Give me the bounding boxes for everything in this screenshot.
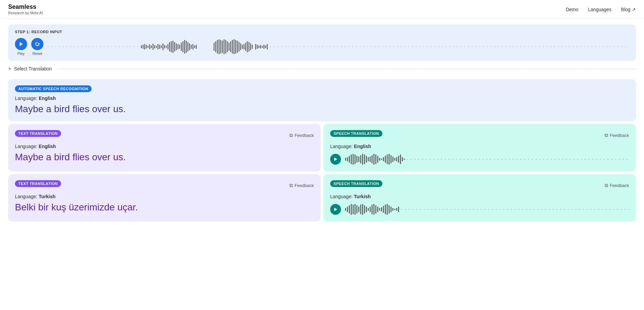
play-button[interactable] xyxy=(15,38,27,50)
svg-rect-36 xyxy=(196,45,196,49)
svg-rect-77 xyxy=(356,156,357,163)
svg-rect-105 xyxy=(345,208,346,211)
svg-rect-40 xyxy=(219,39,219,54)
svg-marker-1 xyxy=(38,43,40,44)
svg-rect-116 xyxy=(366,207,367,212)
feedback-button-3[interactable]: ⧉ Feedback xyxy=(605,183,629,188)
svg-rect-110 xyxy=(355,204,356,215)
svg-rect-29 xyxy=(184,40,185,54)
select-translation-bar[interactable]: + Select Translation xyxy=(8,61,636,77)
svg-rect-73 xyxy=(349,156,350,163)
svg-rect-124 xyxy=(381,207,382,211)
play-label: Play xyxy=(17,51,24,56)
svg-rect-72 xyxy=(347,157,348,161)
svg-rect-97 xyxy=(394,158,395,161)
svg-rect-49 xyxy=(233,39,234,54)
speech-waveform-row-3 xyxy=(330,203,629,215)
svg-rect-109 xyxy=(353,205,354,214)
svg-rect-10 xyxy=(153,44,153,50)
svg-rect-95 xyxy=(391,155,392,163)
svg-marker-70 xyxy=(334,158,337,161)
svg-rect-133 xyxy=(398,207,399,212)
play-icon xyxy=(19,42,23,46)
feedback-icon-2: ⧉ xyxy=(289,183,293,188)
step1-section: STEP 1: RECORD INPUT Play Reset xyxy=(8,24,636,61)
svg-rect-84 xyxy=(370,157,371,162)
logo-sub: Research by Meta AI xyxy=(8,11,43,15)
svg-rect-15 xyxy=(161,45,162,48)
svg-rect-25 xyxy=(177,44,178,49)
card-lang-3: Language: Turkish xyxy=(330,194,629,199)
nav-demo[interactable]: Demo xyxy=(566,7,578,12)
svg-rect-128 xyxy=(389,205,390,213)
svg-rect-126 xyxy=(385,205,386,214)
svg-rect-42 xyxy=(222,41,223,53)
svg-rect-48 xyxy=(232,40,233,54)
card-text-2: Belki bir kuş üzerimizde uçar. xyxy=(15,201,314,213)
svg-rect-20 xyxy=(169,42,170,51)
svg-rect-79 xyxy=(360,155,361,163)
speech-waveform-svg-1 xyxy=(345,153,629,165)
svg-rect-22 xyxy=(173,41,173,53)
feedback-button-2[interactable]: ⧉ Feedback xyxy=(289,183,314,188)
svg-rect-47 xyxy=(230,41,231,52)
svg-rect-68 xyxy=(267,44,267,49)
svg-rect-4 xyxy=(143,45,143,49)
dashed-divider xyxy=(57,69,636,69)
svg-rect-18 xyxy=(166,46,167,48)
svg-rect-111 xyxy=(356,205,357,213)
svg-rect-106 xyxy=(347,207,348,212)
reset-button[interactable] xyxy=(31,38,43,50)
speech-translation-badge-3: SPEECH TRANSLATION xyxy=(330,180,382,187)
svg-rect-19 xyxy=(168,44,168,49)
svg-rect-67 xyxy=(265,45,266,48)
svg-rect-60 xyxy=(252,45,252,49)
svg-rect-82 xyxy=(366,156,367,163)
svg-rect-64 xyxy=(260,45,261,48)
svg-rect-44 xyxy=(225,40,226,54)
svg-rect-24 xyxy=(176,43,176,50)
svg-rect-89 xyxy=(379,158,380,161)
asr-section: AUTOMATIC SPEECH RECOGNITION Language: E… xyxy=(8,79,636,121)
svg-rect-8 xyxy=(149,44,150,49)
asr-badge: AUTOMATIC SPEECH RECOGNITION xyxy=(15,85,92,92)
cards-grid: TEXT TRANSLATION ⧉ Feedback Language: En… xyxy=(8,124,636,222)
svg-rect-35 xyxy=(194,45,195,48)
svg-rect-114 xyxy=(362,204,363,215)
svg-rect-7 xyxy=(148,46,148,48)
svg-rect-115 xyxy=(364,205,365,213)
svg-rect-34 xyxy=(192,44,193,49)
svg-rect-107 xyxy=(349,205,350,213)
main-nav: Demo Languages Blog ↗ xyxy=(566,7,636,12)
card-header-0: TEXT TRANSLATION ⧉ Feedback xyxy=(15,130,314,140)
svg-rect-3 xyxy=(141,45,141,48)
card-speech-english: SPEECH TRANSLATION ⧉ Feedback Language: … xyxy=(323,124,636,171)
svg-rect-81 xyxy=(364,154,365,164)
svg-rect-123 xyxy=(379,208,380,211)
svg-rect-99 xyxy=(398,156,399,163)
feedback-icon-0: ⧉ xyxy=(289,132,293,138)
svg-rect-66 xyxy=(264,45,264,49)
feedback-button-0[interactable]: ⧉ Feedback xyxy=(289,132,314,138)
svg-rect-63 xyxy=(259,45,259,48)
logo: Seamless Research by Meta AI xyxy=(8,3,43,15)
svg-rect-113 xyxy=(360,205,361,214)
svg-rect-45 xyxy=(227,41,228,52)
svg-rect-78 xyxy=(358,157,359,162)
svg-rect-83 xyxy=(368,157,369,161)
nav-languages[interactable]: Languages xyxy=(588,7,611,12)
svg-rect-57 xyxy=(247,41,248,52)
nav-blog[interactable]: Blog ↗ xyxy=(621,7,636,12)
reset-icon xyxy=(35,42,40,46)
speech-play-button-3[interactable] xyxy=(330,204,341,215)
feedback-button-1[interactable]: ⧉ Feedback xyxy=(605,132,629,138)
svg-rect-52 xyxy=(239,42,239,51)
speech-play-button-1[interactable] xyxy=(330,154,341,165)
waveform-svg xyxy=(48,39,629,55)
svg-rect-27 xyxy=(181,43,182,51)
svg-rect-46 xyxy=(229,43,229,51)
waveform xyxy=(48,39,629,55)
svg-rect-130 xyxy=(393,208,394,211)
card-lang-1: Language: English xyxy=(330,144,629,149)
svg-rect-88 xyxy=(377,156,378,163)
